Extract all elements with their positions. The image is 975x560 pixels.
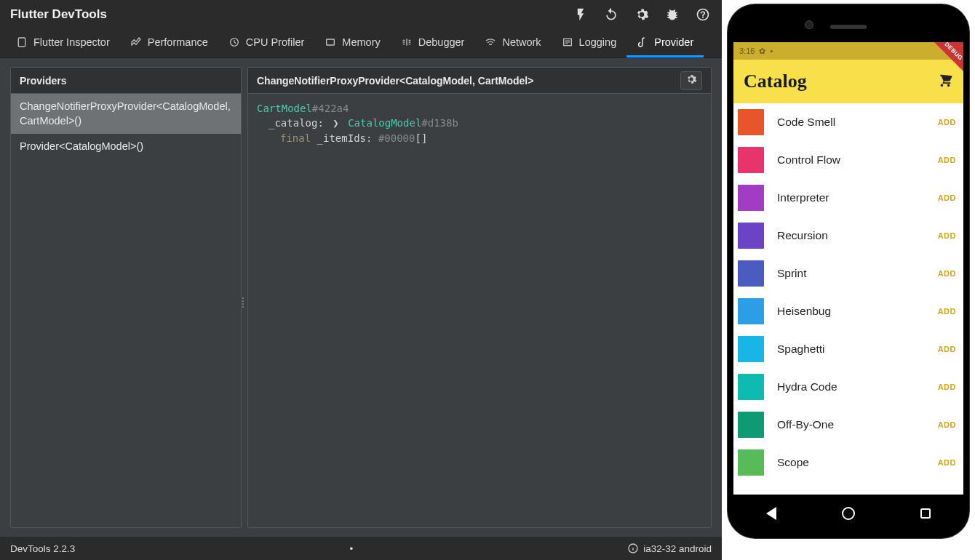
color-swatch [738, 449, 764, 476]
color-swatch [738, 223, 764, 249]
providers-panel: Providers ChangeNotifierProxyProvider<Ca… [10, 67, 242, 528]
tab-bar: Flutter Inspector Performance CPU Profil… [0, 29, 722, 58]
list-item[interactable]: InterpreterADD [733, 179, 963, 217]
item-name: Code Smell [777, 116, 925, 129]
catalog-list[interactable]: Code SmellADDControl FlowADDInterpreterA… [733, 103, 963, 481]
providers-header: Providers [11, 68, 241, 94]
item-name: Spaghetti [777, 343, 925, 356]
add-button[interactable]: ADD [938, 345, 956, 353]
recents-button[interactable] [920, 508, 931, 519]
color-swatch [738, 298, 764, 324]
item-name: Control Flow [777, 153, 925, 167]
info-icon [627, 543, 639, 554]
list-item[interactable]: SprintADD [733, 255, 963, 292]
list-item[interactable]: SpaghettiADD [733, 330, 963, 368]
gear-icon[interactable] [633, 6, 650, 23]
add-button[interactable]: ADD [938, 458, 956, 467]
tab-performance[interactable]: Performance [120, 29, 218, 57]
home-button[interactable] [842, 507, 855, 520]
cart-icon[interactable] [937, 72, 953, 91]
back-button[interactable] [766, 507, 776, 520]
list-item[interactable]: Hydra CodeADD [733, 368, 963, 406]
add-button[interactable]: ADD [938, 420, 956, 429]
item-name: Heisenbug [777, 305, 925, 318]
page-title: Catalog [744, 71, 807, 92]
list-item[interactable]: Code SmellADD [733, 103, 963, 141]
phone-preview: 3:16 ✿ • ▾ DEBUG Catalog Code SmellADDCo… [722, 0, 975, 560]
providers-list: ChangeNotifierProxyProvider<CatalogModel… [11, 94, 241, 527]
detail-gear-button[interactable] [680, 71, 702, 90]
target-info: ia32-32 android [627, 543, 712, 554]
topbar: Flutter DevTools [0, 0, 722, 29]
item-name: Recursion [777, 229, 925, 242]
color-swatch [738, 185, 764, 211]
field-name: _itemIds: [317, 132, 373, 144]
color-swatch [738, 374, 764, 400]
app-title: Flutter DevTools [10, 7, 107, 22]
gear-icon: ✿ [759, 47, 765, 56]
add-button[interactable]: ADD [938, 383, 956, 391]
color-swatch [738, 412, 764, 438]
root-type[interactable]: CartModel [257, 103, 312, 114]
tab-provider[interactable]: Provider [626, 29, 704, 57]
provider-item[interactable]: Provider<CatalogModel>() [11, 134, 241, 160]
add-button[interactable]: ADD [938, 118, 956, 127]
chevron-right-icon[interactable]: ❯ [333, 116, 338, 130]
topbar-actions [572, 6, 712, 23]
tab-debugger[interactable]: Debugger [391, 29, 475, 57]
statusbar: DevTools 2.2.3 • ia32-32 android [0, 537, 722, 560]
detail-body: CartModel#422a4 _catalog: ❯ CatalogModel… [248, 94, 711, 527]
svg-rect-0 [18, 38, 25, 47]
field-keyword: final [280, 132, 317, 144]
item-name: Interpreter [777, 191, 925, 204]
list-item[interactable]: HeisenbugADD [733, 292, 963, 330]
add-button[interactable]: ADD [938, 307, 956, 316]
devtools-window: Flutter DevTools Flutter Inspector Perfo… [0, 0, 722, 560]
field-type[interactable]: CatalogModel [348, 117, 421, 129]
add-button[interactable]: ADD [938, 156, 956, 164]
list-item[interactable]: Control FlowADD [733, 141, 963, 179]
item-name: Hydra Code [777, 380, 925, 393]
phone-frame: 3:16 ✿ • ▾ DEBUG Catalog Code SmellADDCo… [728, 4, 969, 538]
add-button[interactable]: ADD [938, 231, 956, 240]
app-header: Catalog [733, 60, 963, 103]
tab-logging[interactable]: Logging [552, 29, 627, 57]
list-item[interactable]: RecursionADD [733, 217, 963, 255]
phone-bezel-top [733, 10, 963, 39]
color-swatch [738, 336, 764, 362]
color-swatch [738, 147, 764, 173]
android-statusbar: 3:16 ✿ • ▾ [733, 42, 963, 60]
list-item[interactable]: ScopeADD [733, 444, 963, 481]
add-button[interactable]: ADD [938, 193, 956, 202]
detail-panel: ChangeNotifierProxyProvider<CatalogModel… [247, 67, 712, 528]
add-button[interactable]: ADD [938, 269, 956, 278]
item-name: Off-By-One [777, 418, 925, 431]
color-swatch [738, 260, 764, 287]
provider-item[interactable]: ChangeNotifierProxyProvider<CatalogModel… [11, 94, 241, 134]
workspace: Providers ChangeNotifierProxyProvider<Ca… [0, 58, 722, 537]
bolt-icon[interactable] [572, 6, 589, 23]
field-name: _catalog: [268, 117, 324, 129]
app-screen: 3:16 ✿ • ▾ DEBUG Catalog Code SmellADDCo… [733, 42, 963, 495]
android-navbar [733, 495, 963, 532]
bug-icon[interactable] [664, 6, 681, 23]
list-item[interactable]: Off-By-OneADD [733, 406, 963, 444]
tab-memory[interactable]: Memory [314, 29, 390, 57]
tab-inspector[interactable]: Flutter Inspector [6, 29, 120, 57]
resize-handle[interactable] [241, 297, 245, 318]
svg-rect-2 [327, 39, 335, 45]
tab-network[interactable]: Network [474, 29, 551, 57]
detail-header: ChangeNotifierProxyProvider<CatalogModel… [248, 68, 711, 94]
reload-icon[interactable] [602, 6, 620, 23]
color-swatch [738, 109, 764, 135]
item-name: Sprint [777, 267, 925, 280]
item-name: Scope [777, 456, 925, 469]
tab-cpu[interactable]: CPU Profiler [218, 29, 315, 57]
help-icon[interactable] [694, 6, 712, 23]
root-hash: #422a4 [312, 103, 349, 114]
devtools-version: DevTools 2.2.3 [10, 543, 75, 554]
